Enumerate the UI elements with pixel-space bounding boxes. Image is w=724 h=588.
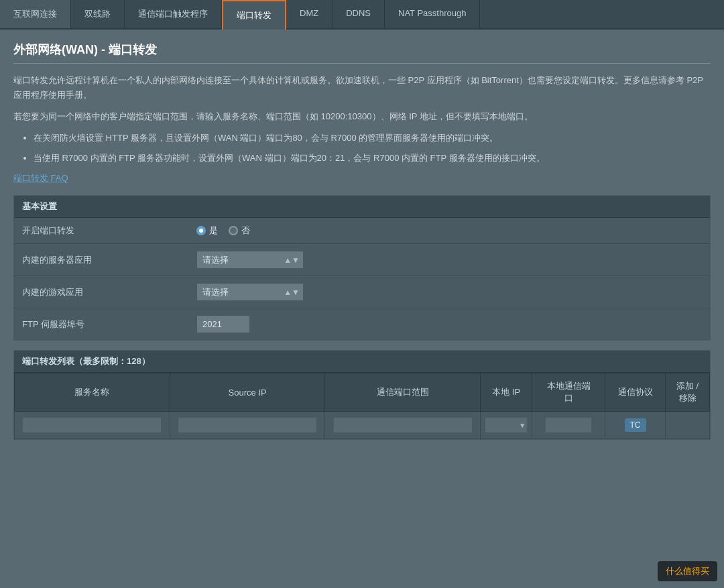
- cell-action: [666, 412, 710, 439]
- page-title: 外部网络(WAN) - 端口转发: [13, 42, 711, 64]
- game-app-control: 请选择 ▲▼: [196, 283, 702, 301]
- table-header-row: 服务名称 Source IP 通信端口范围 本地 IP 本地通信端口 通信协议 …: [15, 373, 710, 412]
- game-app-row: 内建的游戏应用 请选择 ▲▼: [14, 276, 710, 308]
- ftp-port-row: FTP 伺服器埠号 2021: [14, 308, 710, 340]
- cell-protocol: TC: [605, 412, 665, 439]
- server-app-row: 内建的服务器应用 请选择 ▲▼: [14, 244, 710, 276]
- tab-bar: 互联网连接双线路通信端口触发程序端口转发DMZDDNSNAT Passthrou…: [0, 0, 724, 30]
- radio-yes-circle: [196, 226, 206, 235]
- faq-link[interactable]: 端口转发 FAQ: [13, 172, 68, 184]
- port-forward-table: 服务名称 Source IP 通信端口范围 本地 IP 本地通信端口 通信协议 …: [14, 373, 710, 439]
- game-app-select-wrapper: 请选择 ▲▼: [196, 283, 304, 301]
- local-ip-select[interactable]: [485, 417, 528, 433]
- tab-internet[interactable]: 互联网连接: [0, 0, 71, 28]
- cell-port-range: [325, 412, 481, 439]
- local-port-input[interactable]: [545, 417, 592, 433]
- source-ip-input[interactable]: [178, 417, 317, 433]
- tab-dualline[interactable]: 双线路: [71, 0, 125, 28]
- basic-settings-header: 基本设置: [14, 196, 710, 218]
- col-local-ip: 本地 IP: [481, 373, 532, 412]
- main-content: 外部网络(WAN) - 端口转发 端口转发允许远程计算机在一个私人的内部网络内连…: [0, 30, 724, 461]
- port-table-panel: 端口转发列表（最多限制：128） 服务名称 Source IP 通信端口范围 本…: [13, 350, 711, 440]
- cell-source-ip: [170, 412, 325, 439]
- tab-trigger[interactable]: 通信端口触发程序: [125, 0, 222, 28]
- watermark: 什么值得买: [658, 561, 717, 581]
- ftp-port-input[interactable]: 2021: [196, 315, 250, 333]
- radio-yes-label: 是: [209, 225, 218, 237]
- bullet-item-2: 当使用 R7000 内置的 FTP 服务器功能时，设置外网（WAN 端口）端口为…: [34, 151, 711, 166]
- cell-local-ip: ▼: [481, 412, 532, 439]
- enable-portfwd-control: 是 否: [196, 225, 702, 237]
- server-app-control: 请选择 ▲▼: [196, 251, 702, 269]
- tab-ddns[interactable]: DDNS: [333, 0, 385, 28]
- tab-dmz[interactable]: DMZ: [286, 0, 333, 28]
- table-row: ▼ TC: [15, 412, 710, 439]
- col-service-name: 服务名称: [15, 373, 170, 412]
- col-source-ip: Source IP: [170, 373, 325, 412]
- cell-local-port: [532, 412, 605, 439]
- tab-natpt[interactable]: NAT Passthrough: [385, 0, 480, 28]
- enable-portfwd-label: 开启端口转发: [22, 225, 196, 237]
- description-1: 端口转发允许远程计算机在一个私人的内部网络内连接至一个具体的计算机或服务。欲加速…: [13, 73, 711, 103]
- radio-no-circle: [229, 226, 238, 235]
- port-table-header: 端口转发列表（最多限制：128）: [14, 351, 710, 373]
- col-protocol: 通信协议: [605, 373, 665, 412]
- col-local-port: 本地通信端口: [532, 373, 605, 412]
- basic-settings-panel: 基本设置 开启端口转发 是 否 内建的服务器应用: [13, 195, 711, 341]
- server-app-select[interactable]: 请选择: [196, 251, 304, 269]
- game-app-label: 内建的游戏应用: [22, 286, 196, 298]
- enable-radio-group: 是 否: [196, 225, 250, 237]
- radio-no[interactable]: 否: [229, 225, 250, 237]
- ftp-port-label: FTP 伺服器埠号: [22, 318, 196, 331]
- game-app-select[interactable]: 请选择: [196, 283, 304, 301]
- col-action: 添加 /移除: [666, 373, 710, 412]
- server-app-select-wrapper: 请选择 ▲▼: [196, 251, 304, 269]
- ftp-port-control: 2021: [196, 315, 702, 333]
- radio-yes[interactable]: 是: [196, 225, 218, 237]
- local-ip-select-wrapper: ▼: [485, 417, 528, 433]
- description-2: 若您要为同一个网络中的客户端指定端口范围，请输入服务名称、端口范围（如 1020…: [13, 109, 711, 124]
- port-table-container: 服务名称 Source IP 通信端口范围 本地 IP 本地通信端口 通信协议 …: [14, 373, 710, 439]
- col-port-range: 通信端口范围: [325, 373, 481, 412]
- service-name-input[interactable]: [22, 417, 162, 433]
- enable-portfwd-row: 开启端口转发 是 否: [14, 218, 710, 244]
- server-app-label: 内建的服务器应用: [22, 254, 196, 266]
- cell-service-name: [15, 412, 170, 439]
- bullet-list: 在关闭防火墙设置 HTTP 服务器，且设置外网（WAN 端口）端口为80，会与 …: [20, 131, 711, 166]
- port-range-input[interactable]: [333, 417, 473, 433]
- protocol-badge: TC: [625, 418, 646, 432]
- tab-portfwd[interactable]: 端口转发: [222, 0, 286, 30]
- bullet-item-1: 在关闭防火墙设置 HTTP 服务器，且设置外网（WAN 端口）端口为80，会与 …: [34, 131, 711, 145]
- radio-no-label: 否: [241, 225, 250, 237]
